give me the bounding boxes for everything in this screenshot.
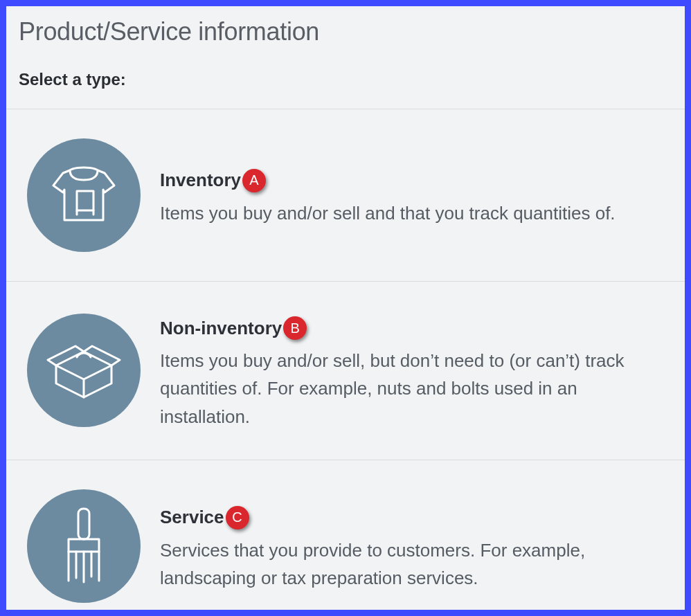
tshirt-icon [27, 138, 141, 252]
box-icon [27, 314, 141, 427]
option-non-inventory-title: Non-inventory [160, 318, 282, 339]
select-type-label: Select a type: [19, 70, 672, 89]
svg-rect-0 [77, 191, 93, 210]
svg-rect-3 [78, 509, 89, 539]
option-inventory-text: Inventory A Items you buy and/or sell an… [160, 163, 664, 227]
badge-b: B [283, 316, 307, 340]
page-title: Product/Service information [19, 17, 672, 46]
header-block: Product/Service information Select a typ… [6, 6, 685, 109]
option-service-description: Services that you provide to customers. … [160, 536, 664, 592]
brush-icon [27, 489, 141, 603]
option-service[interactable]: Service C Services that you provide to c… [6, 460, 685, 616]
option-service-text: Service C Services that you provide to c… [160, 500, 664, 592]
option-inventory-description: Items you buy and/or sell and that you t… [160, 199, 664, 227]
option-non-inventory-description: Items you buy and/or sell, but don’t nee… [160, 347, 664, 431]
option-non-inventory-text: Non-inventory B Items you buy and/or sel… [160, 311, 664, 431]
badge-a: A [242, 169, 266, 192]
option-non-inventory[interactable]: Non-inventory B Items you buy and/or sel… [6, 281, 685, 460]
option-service-title: Service [160, 507, 224, 528]
product-service-info-panel: Product/Service information Select a typ… [0, 0, 691, 616]
badge-c: C [226, 506, 249, 529]
option-inventory[interactable]: Inventory A Items you buy and/or sell an… [6, 109, 685, 281]
option-inventory-title: Inventory [160, 170, 241, 191]
